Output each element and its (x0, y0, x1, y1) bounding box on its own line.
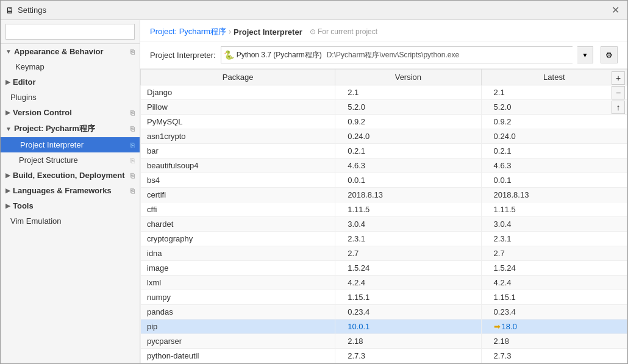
sidebar-item-editor[interactable]: ▶ Editor (1, 74, 140, 90)
sidebar-item-keymap[interactable]: Keymap (1, 59, 140, 74)
package-latest: 0.2.1 (481, 144, 627, 159)
package-version: 0.23.4 (335, 305, 481, 319)
add-package-button[interactable]: + (612, 71, 625, 85)
package-version: 1.11.5 (335, 202, 481, 217)
window-title: Settings (18, 5, 608, 15)
package-latest: 4.6.3 (481, 159, 627, 173)
sidebar-item-vim-emulation[interactable]: Vim Emulation (1, 213, 140, 229)
interpreter-dropdown-button[interactable]: ▼ (577, 46, 593, 63)
search-wrapper: 🔍 (5, 24, 135, 40)
sidebar-label: Plugins (10, 93, 37, 102)
table-row[interactable]: bs40.0.10.0.1 (141, 173, 627, 188)
sidebar-label: Project Structure (19, 155, 78, 165)
package-version: 2.3.1 (335, 232, 481, 246)
package-version: 2.7.3 (335, 349, 481, 363)
table-row[interactable]: PyMySQL0.9.20.9.2 (141, 115, 627, 129)
package-version: 0.24.0 (335, 129, 481, 144)
expand-arrow: ▶ (5, 109, 10, 116)
package-version: 10.0.1 (335, 319, 481, 334)
sidebar-item-project-structure[interactable]: Project Structure ⎘ (1, 152, 140, 168)
table-row[interactable]: chardet3.0.43.0.4 (141, 217, 627, 232)
package-latest: 2.1 (481, 85, 627, 100)
chevron-down-icon: ▼ (582, 52, 588, 59)
table-row[interactable]: beautifulsoup44.6.34.6.3 (141, 159, 627, 173)
package-latest: 0.9.2 (481, 115, 627, 129)
table-row[interactable]: cffi1.11.51.11.5 (141, 202, 627, 217)
sidebar-item-project-pycharm[interactable]: ▼ Project: Pycharm程序 ⎘ (1, 120, 140, 137)
sidebar: 🔍 ▼ Appearance & Behavior ⎘ Keymap ▶ Edi… (1, 20, 140, 363)
table-row[interactable]: idna2.72.7 (141, 246, 627, 261)
table-row[interactable]: pytz2018.52018.5 (141, 363, 627, 364)
expand-arrow: ▶ (5, 187, 10, 194)
table-row[interactable]: numpy1.15.11.15.1 (141, 290, 627, 305)
main-panel: Project: Pycharm程序 › Project Interpreter… (140, 20, 627, 363)
interpreter-settings-button[interactable]: ⚙ (601, 46, 618, 63)
package-version: 0.9.2 (335, 115, 481, 129)
table-action-buttons: + − ↑ (609, 69, 627, 116)
packages-table: Package Version Latest Django2.12.1Pillo… (140, 69, 627, 363)
table-row[interactable]: image1.5.241.5.24 (141, 261, 627, 276)
package-version: 4.2.4 (335, 276, 481, 290)
gear-icon: ⚙ (605, 51, 613, 60)
repo-icon: ⎘ (130, 157, 135, 164)
package-name: pip (141, 319, 335, 334)
sidebar-label: Languages & Frameworks (13, 186, 112, 195)
repo-icon: ⎘ (130, 48, 135, 55)
package-version: 2.1 (335, 85, 481, 100)
expand-arrow: ▶ (5, 79, 10, 85)
titlebar: 🖥 Settings ✕ (1, 1, 627, 20)
table-row[interactable]: Django2.12.1 (141, 85, 627, 100)
package-version: 0.0.1 (335, 173, 481, 188)
column-header-latest: Latest (481, 70, 627, 85)
upgrade-package-button[interactable]: ↑ (612, 101, 625, 114)
interpreter-row: Project Interpreter: 🐍 Python 3.7 (Pycha… (140, 41, 627, 69)
table-row[interactable]: certifi2018.8.132018.8.13 (141, 188, 627, 202)
repo-icon: ⎘ (130, 187, 135, 194)
table-row[interactable]: lxml4.2.44.2.4 (141, 276, 627, 290)
package-latest: 0.23.4 (481, 305, 627, 319)
sidebar-item-tools[interactable]: ▶ Tools (1, 198, 140, 213)
package-latest: 2.7.3 (481, 349, 627, 363)
app-icon: 🖥 (5, 5, 14, 15)
main-content: 🔍 ▼ Appearance & Behavior ⎘ Keymap ▶ Edi… (1, 20, 627, 363)
package-name: pycparser (141, 334, 335, 349)
sidebar-item-appearance-behavior[interactable]: ▼ Appearance & Behavior ⎘ (1, 44, 140, 59)
sidebar-item-build-execution[interactable]: ▶ Build, Execution, Deployment ⎘ (1, 168, 140, 183)
sidebar-label: Project: Pycharm程序 (14, 123, 95, 134)
breadcrumb-project[interactable]: Project: Pycharm程序 (150, 26, 226, 37)
close-button[interactable]: ✕ (608, 3, 623, 18)
package-version: 2018.5 (335, 363, 481, 364)
breadcrumb: Project: Pycharm程序 › Project Interpreter… (140, 20, 627, 41)
package-name: Pillow (141, 100, 335, 115)
repo-icon: ⎘ (130, 109, 135, 116)
package-name: python-dateutil (141, 349, 335, 363)
table-row[interactable]: bar0.2.10.2.1 (141, 144, 627, 159)
table-row[interactable]: cryptography2.3.12.3.1 (141, 232, 627, 246)
interpreter-select[interactable]: 🐍 Python 3.7 (Pycharm程序) D:\Pycharm程序\ve… (221, 46, 573, 63)
remove-package-button[interactable]: − (612, 86, 625, 99)
sidebar-item-languages-frameworks[interactable]: ▶ Languages & Frameworks ⎘ (1, 183, 140, 198)
package-latest: 3.0.4 (481, 217, 627, 232)
package-version: 1.5.24 (335, 261, 481, 276)
search-input[interactable] (5, 24, 135, 40)
table-row[interactable]: pip10.0.1➡18.0 (141, 319, 627, 334)
sidebar-item-project-interpreter[interactable]: Project Interpreter ⎘ (1, 137, 140, 152)
interpreter-label: Project Interpreter: (150, 51, 216, 60)
column-header-package: Package (141, 70, 335, 85)
package-latest: 0.24.0 (481, 129, 627, 144)
package-version: 2018.8.13 (335, 188, 481, 202)
repo-icon: ⎘ (130, 141, 135, 149)
table-row[interactable]: Pillow5.2.05.2.0 (141, 100, 627, 115)
table-row[interactable]: pycparser2.182.18 (141, 334, 627, 349)
package-name: pandas (141, 305, 335, 319)
package-latest: 2.7 (481, 246, 627, 261)
table-row[interactable]: pandas0.23.40.23.4 (141, 305, 627, 319)
package-name: certifi (141, 188, 335, 202)
settings-window: 🖥 Settings ✕ 🔍 ▼ Appearance & Behavior ⎘… (0, 0, 628, 364)
table-row[interactable]: python-dateutil2.7.32.7.3 (141, 349, 627, 363)
sidebar-item-version-control[interactable]: ▶ Version Control ⎘ (1, 105, 140, 120)
package-name: numpy (141, 290, 335, 305)
table-row[interactable]: asn1crypto0.24.00.24.0 (141, 129, 627, 144)
package-latest: 2018.8.13 (481, 188, 627, 202)
sidebar-item-plugins[interactable]: Plugins (1, 90, 140, 105)
